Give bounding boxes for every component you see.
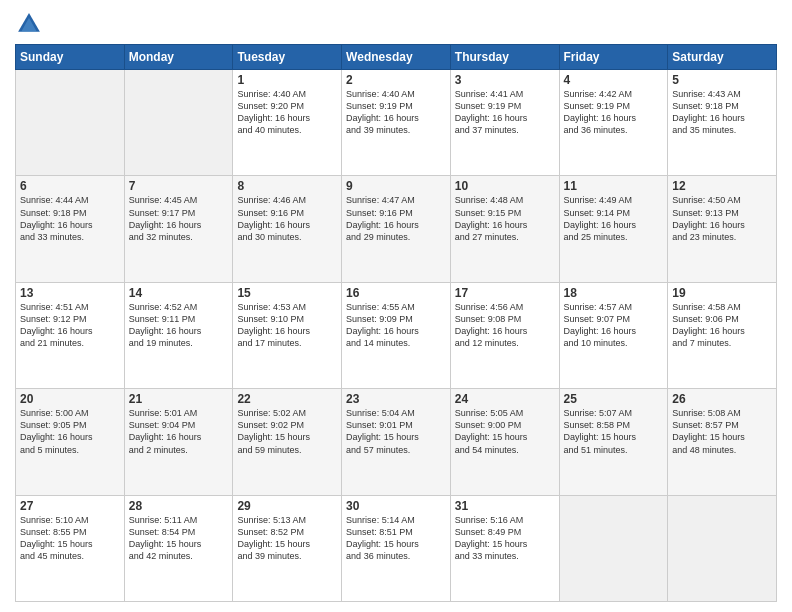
day-number: 22: [237, 392, 337, 406]
calendar-week-4: 20Sunrise: 5:00 AM Sunset: 9:05 PM Dayli…: [16, 389, 777, 495]
calendar-cell: 10Sunrise: 4:48 AM Sunset: 9:15 PM Dayli…: [450, 176, 559, 282]
day-number: 7: [129, 179, 229, 193]
logo: [15, 10, 45, 38]
day-number: 9: [346, 179, 446, 193]
calendar-cell: 13Sunrise: 4:51 AM Sunset: 9:12 PM Dayli…: [16, 282, 125, 388]
day-info: Sunrise: 4:43 AM Sunset: 9:18 PM Dayligh…: [672, 88, 772, 137]
weekday-header-thursday: Thursday: [450, 45, 559, 70]
calendar-cell: 19Sunrise: 4:58 AM Sunset: 9:06 PM Dayli…: [668, 282, 777, 388]
day-number: 16: [346, 286, 446, 300]
day-info: Sunrise: 4:50 AM Sunset: 9:13 PM Dayligh…: [672, 194, 772, 243]
day-info: Sunrise: 4:44 AM Sunset: 9:18 PM Dayligh…: [20, 194, 120, 243]
calendar-cell: 17Sunrise: 4:56 AM Sunset: 9:08 PM Dayli…: [450, 282, 559, 388]
day-info: Sunrise: 5:07 AM Sunset: 8:58 PM Dayligh…: [564, 407, 664, 456]
calendar-cell: 1Sunrise: 4:40 AM Sunset: 9:20 PM Daylig…: [233, 70, 342, 176]
weekday-header-friday: Friday: [559, 45, 668, 70]
day-info: Sunrise: 4:58 AM Sunset: 9:06 PM Dayligh…: [672, 301, 772, 350]
calendar-cell: 26Sunrise: 5:08 AM Sunset: 8:57 PM Dayli…: [668, 389, 777, 495]
calendar-cell: 29Sunrise: 5:13 AM Sunset: 8:52 PM Dayli…: [233, 495, 342, 601]
calendar-cell: 18Sunrise: 4:57 AM Sunset: 9:07 PM Dayli…: [559, 282, 668, 388]
calendar-cell: 23Sunrise: 5:04 AM Sunset: 9:01 PM Dayli…: [342, 389, 451, 495]
day-number: 5: [672, 73, 772, 87]
day-number: 26: [672, 392, 772, 406]
calendar-cell: 15Sunrise: 4:53 AM Sunset: 9:10 PM Dayli…: [233, 282, 342, 388]
day-number: 19: [672, 286, 772, 300]
day-number: 12: [672, 179, 772, 193]
day-info: Sunrise: 5:02 AM Sunset: 9:02 PM Dayligh…: [237, 407, 337, 456]
day-number: 18: [564, 286, 664, 300]
calendar-cell: 8Sunrise: 4:46 AM Sunset: 9:16 PM Daylig…: [233, 176, 342, 282]
calendar-cell: [668, 495, 777, 601]
day-info: Sunrise: 5:14 AM Sunset: 8:51 PM Dayligh…: [346, 514, 446, 563]
day-info: Sunrise: 4:40 AM Sunset: 9:20 PM Dayligh…: [237, 88, 337, 137]
day-info: Sunrise: 5:10 AM Sunset: 8:55 PM Dayligh…: [20, 514, 120, 563]
weekday-header-tuesday: Tuesday: [233, 45, 342, 70]
calendar-cell: 20Sunrise: 5:00 AM Sunset: 9:05 PM Dayli…: [16, 389, 125, 495]
day-info: Sunrise: 4:53 AM Sunset: 9:10 PM Dayligh…: [237, 301, 337, 350]
day-number: 24: [455, 392, 555, 406]
day-info: Sunrise: 5:01 AM Sunset: 9:04 PM Dayligh…: [129, 407, 229, 456]
calendar-cell: 2Sunrise: 4:40 AM Sunset: 9:19 PM Daylig…: [342, 70, 451, 176]
calendar-cell: 21Sunrise: 5:01 AM Sunset: 9:04 PM Dayli…: [124, 389, 233, 495]
day-number: 1: [237, 73, 337, 87]
day-number: 4: [564, 73, 664, 87]
calendar-cell: 27Sunrise: 5:10 AM Sunset: 8:55 PM Dayli…: [16, 495, 125, 601]
day-number: 25: [564, 392, 664, 406]
day-info: Sunrise: 4:45 AM Sunset: 9:17 PM Dayligh…: [129, 194, 229, 243]
calendar: SundayMondayTuesdayWednesdayThursdayFrid…: [15, 44, 777, 602]
day-info: Sunrise: 4:51 AM Sunset: 9:12 PM Dayligh…: [20, 301, 120, 350]
calendar-week-5: 27Sunrise: 5:10 AM Sunset: 8:55 PM Dayli…: [16, 495, 777, 601]
calendar-cell: 22Sunrise: 5:02 AM Sunset: 9:02 PM Dayli…: [233, 389, 342, 495]
calendar-cell: [124, 70, 233, 176]
day-number: 13: [20, 286, 120, 300]
day-info: Sunrise: 4:56 AM Sunset: 9:08 PM Dayligh…: [455, 301, 555, 350]
calendar-cell: 16Sunrise: 4:55 AM Sunset: 9:09 PM Dayli…: [342, 282, 451, 388]
calendar-cell: 28Sunrise: 5:11 AM Sunset: 8:54 PM Dayli…: [124, 495, 233, 601]
calendar-cell: 9Sunrise: 4:47 AM Sunset: 9:16 PM Daylig…: [342, 176, 451, 282]
day-number: 14: [129, 286, 229, 300]
day-info: Sunrise: 4:42 AM Sunset: 9:19 PM Dayligh…: [564, 88, 664, 137]
day-info: Sunrise: 5:08 AM Sunset: 8:57 PM Dayligh…: [672, 407, 772, 456]
day-number: 30: [346, 499, 446, 513]
day-number: 17: [455, 286, 555, 300]
day-info: Sunrise: 4:52 AM Sunset: 9:11 PM Dayligh…: [129, 301, 229, 350]
calendar-week-2: 6Sunrise: 4:44 AM Sunset: 9:18 PM Daylig…: [16, 176, 777, 282]
day-number: 8: [237, 179, 337, 193]
calendar-header-row: SundayMondayTuesdayWednesdayThursdayFrid…: [16, 45, 777, 70]
weekday-header-wednesday: Wednesday: [342, 45, 451, 70]
day-number: 21: [129, 392, 229, 406]
day-number: 11: [564, 179, 664, 193]
weekday-header-sunday: Sunday: [16, 45, 125, 70]
calendar-cell: [559, 495, 668, 601]
weekday-header-saturday: Saturday: [668, 45, 777, 70]
day-number: 2: [346, 73, 446, 87]
day-info: Sunrise: 5:13 AM Sunset: 8:52 PM Dayligh…: [237, 514, 337, 563]
calendar-week-3: 13Sunrise: 4:51 AM Sunset: 9:12 PM Dayli…: [16, 282, 777, 388]
day-info: Sunrise: 5:00 AM Sunset: 9:05 PM Dayligh…: [20, 407, 120, 456]
calendar-cell: 14Sunrise: 4:52 AM Sunset: 9:11 PM Dayli…: [124, 282, 233, 388]
calendar-cell: [16, 70, 125, 176]
day-number: 28: [129, 499, 229, 513]
page: SundayMondayTuesdayWednesdayThursdayFrid…: [0, 0, 792, 612]
calendar-cell: 30Sunrise: 5:14 AM Sunset: 8:51 PM Dayli…: [342, 495, 451, 601]
day-info: Sunrise: 4:55 AM Sunset: 9:09 PM Dayligh…: [346, 301, 446, 350]
calendar-cell: 31Sunrise: 5:16 AM Sunset: 8:49 PM Dayli…: [450, 495, 559, 601]
day-info: Sunrise: 4:47 AM Sunset: 9:16 PM Dayligh…: [346, 194, 446, 243]
day-info: Sunrise: 4:57 AM Sunset: 9:07 PM Dayligh…: [564, 301, 664, 350]
calendar-cell: 6Sunrise: 4:44 AM Sunset: 9:18 PM Daylig…: [16, 176, 125, 282]
weekday-header-monday: Monday: [124, 45, 233, 70]
day-info: Sunrise: 5:11 AM Sunset: 8:54 PM Dayligh…: [129, 514, 229, 563]
logo-icon: [15, 10, 43, 38]
day-info: Sunrise: 4:41 AM Sunset: 9:19 PM Dayligh…: [455, 88, 555, 137]
calendar-cell: 25Sunrise: 5:07 AM Sunset: 8:58 PM Dayli…: [559, 389, 668, 495]
day-info: Sunrise: 4:40 AM Sunset: 9:19 PM Dayligh…: [346, 88, 446, 137]
day-info: Sunrise: 5:04 AM Sunset: 9:01 PM Dayligh…: [346, 407, 446, 456]
calendar-cell: 4Sunrise: 4:42 AM Sunset: 9:19 PM Daylig…: [559, 70, 668, 176]
day-number: 31: [455, 499, 555, 513]
day-number: 27: [20, 499, 120, 513]
day-number: 15: [237, 286, 337, 300]
calendar-cell: 3Sunrise: 4:41 AM Sunset: 9:19 PM Daylig…: [450, 70, 559, 176]
calendar-cell: 7Sunrise: 4:45 AM Sunset: 9:17 PM Daylig…: [124, 176, 233, 282]
day-number: 6: [20, 179, 120, 193]
day-info: Sunrise: 4:46 AM Sunset: 9:16 PM Dayligh…: [237, 194, 337, 243]
